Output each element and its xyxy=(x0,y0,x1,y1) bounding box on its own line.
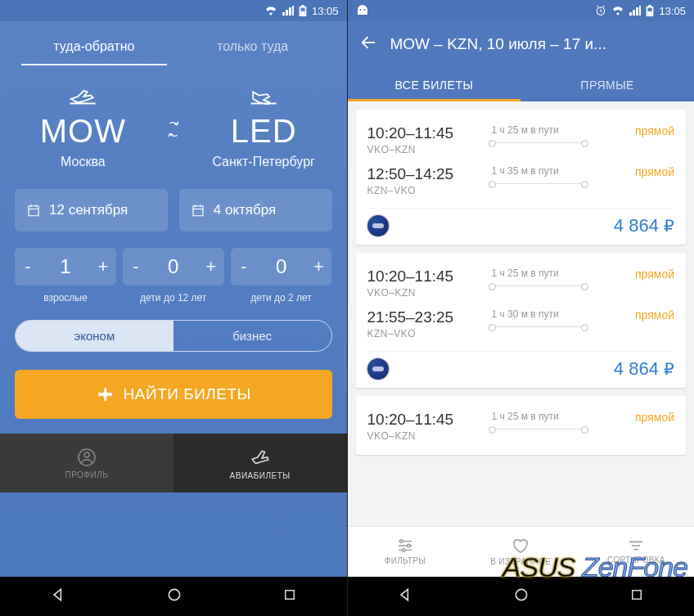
filters-button[interactable]: ФИЛЬТРЫ xyxy=(348,527,463,577)
heart-icon xyxy=(511,537,530,554)
infants-plus[interactable]: + xyxy=(305,248,331,286)
wifi-icon xyxy=(264,6,277,16)
navbar-back[interactable] xyxy=(397,587,413,606)
bottom-nav: ПРОФИЛЬ АВИАБИЛЕТЫ xyxy=(0,434,347,492)
return-date-button[interactable]: 4 октября xyxy=(179,189,332,232)
svg-rect-11 xyxy=(633,591,642,600)
leg-route: VKO–KZN xyxy=(367,287,482,299)
adults-stepper: - 1 + xyxy=(15,248,116,286)
destination-airport[interactable]: LED Санкт-Петербург xyxy=(196,88,332,169)
infants-value: 0 xyxy=(257,255,306,278)
favorite-label: В ИЗБРАННОЕ xyxy=(490,557,551,566)
battery-icon xyxy=(646,5,654,16)
svg-point-10 xyxy=(516,589,527,600)
leg-duration: 1 ч 25 м в пути xyxy=(492,124,625,136)
swap-button[interactable] xyxy=(160,115,187,143)
nav-tickets[interactable]: АВИАБИЛЕТЫ xyxy=(174,434,347,492)
class-business[interactable]: бизнес xyxy=(174,321,331,351)
flight-leg: 10:20–11:45 VKO–KZN 1 ч 25 м в пути прям… xyxy=(367,263,675,304)
class-economy[interactable]: эконом xyxy=(16,321,174,351)
origin-code: MOW xyxy=(15,113,151,150)
svg-point-8 xyxy=(408,544,411,547)
plane-icon xyxy=(250,447,271,468)
children-label: дети до 12 лет xyxy=(123,292,224,304)
leg-time: 12:50–14:25 xyxy=(367,165,482,183)
results-list[interactable]: 10:20–11:45 VKO–KZN 1 ч 25 м в пути прям… xyxy=(348,101,695,526)
depart-date-button[interactable]: 12 сентября xyxy=(15,189,168,232)
children-value: 0 xyxy=(149,255,198,278)
tab-all-tickets[interactable]: ВСЕ БИЛЕТЫ xyxy=(348,67,521,101)
flight-card[interactable]: 10:20–11:45 VKO–KZN 1 ч 25 м в пути прям… xyxy=(356,110,687,245)
airline-logo xyxy=(367,215,389,236)
adults-stepper-col: - 1 + взрослые xyxy=(15,248,116,304)
search-screen: туда-обратно только туда MOW Москва LED … xyxy=(0,21,347,577)
tab-oneway[interactable]: только туда xyxy=(174,29,332,65)
back-button[interactable] xyxy=(359,34,377,55)
calendar-icon xyxy=(191,203,205,218)
infants-minus[interactable]: - xyxy=(231,248,257,286)
origin-airport[interactable]: MOW Москва xyxy=(15,88,151,169)
flight-card[interactable]: 10:20–11:45 VKO–KZN 1 ч 25 м в пути прям… xyxy=(356,396,687,455)
children-plus[interactable]: + xyxy=(198,248,224,286)
app-bar: MOW – KZN, 10 июля – 17 и... ВСЕ БИЛЕТЫ … xyxy=(348,21,695,101)
tab-direct[interactable]: ПРЯМЫЕ xyxy=(520,67,694,101)
leg-time: 10:20–11:45 xyxy=(367,268,482,286)
leg-duration: 1 ч 25 м в пути xyxy=(492,268,625,279)
wifi-icon xyxy=(611,6,624,16)
destination-city: Санкт-Петербург xyxy=(196,155,332,169)
navbar-home[interactable] xyxy=(513,587,530,606)
svg-point-7 xyxy=(400,540,403,543)
adults-minus[interactable]: - xyxy=(15,248,41,286)
cabin-class-toggle: эконом бизнес xyxy=(15,320,332,352)
leg-time: 10:20–11:45 xyxy=(367,124,482,142)
leg-line xyxy=(492,183,585,184)
navbar-home[interactable] xyxy=(166,587,183,606)
svg-point-1 xyxy=(84,452,89,457)
plane-arrive-icon xyxy=(196,88,332,108)
infants-stepper: - 0 + xyxy=(231,248,332,286)
flight-leg: 10:20–11:45 VKO–KZN 1 ч 25 м в пути прям… xyxy=(367,406,675,447)
nav-tickets-label: АВИАБИЛЕТЫ xyxy=(230,471,291,480)
adults-value: 1 xyxy=(41,255,90,278)
android-navbar xyxy=(348,577,695,616)
svg-point-4 xyxy=(359,9,361,11)
leg-time: 10:20–11:45 xyxy=(367,411,482,429)
leg-time: 21:55–23:25 xyxy=(367,308,482,326)
sort-button[interactable]: СОРТИРОВКА xyxy=(579,527,694,577)
origin-city: Москва xyxy=(15,155,151,169)
appbar-title: MOW – KZN, 10 июля – 17 и... xyxy=(390,35,606,53)
user-icon xyxy=(77,447,97,467)
leg-line xyxy=(492,286,585,286)
sort-icon xyxy=(627,539,645,552)
plane-icon xyxy=(96,385,114,403)
leg-line xyxy=(492,142,585,143)
flight-leg: 12:50–14:25 KZN–VKO 1 ч 35 м в пути прям… xyxy=(367,160,675,201)
nav-profile[interactable]: ПРОФИЛЬ xyxy=(0,434,174,492)
navbar-recent[interactable] xyxy=(282,587,297,605)
android-head-icon xyxy=(356,5,369,16)
navbar-back[interactable] xyxy=(50,587,66,606)
dates-row: 12 сентября 4 октября xyxy=(15,189,332,232)
adults-plus[interactable]: + xyxy=(90,248,116,286)
infants-label: дети до 2 лет xyxy=(231,292,332,304)
nav-profile-label: ПРОФИЛЬ xyxy=(65,470,108,479)
leg-line xyxy=(492,429,585,429)
search-button-label: НАЙТИ БИЛЕТЫ xyxy=(124,385,251,403)
children-minus[interactable]: - xyxy=(123,248,149,286)
search-button[interactable]: НАЙТИ БИЛЕТЫ xyxy=(15,370,332,419)
depart-date-text: 12 сентября xyxy=(49,202,128,218)
leg-route: VKO–KZN xyxy=(367,430,482,442)
svg-point-5 xyxy=(363,9,365,11)
battery-icon xyxy=(299,5,307,16)
leg-tag: прямой xyxy=(635,165,674,178)
navbar-recent[interactable] xyxy=(629,587,644,605)
tab-roundtrip[interactable]: туда-обратно xyxy=(15,29,174,65)
price: 4 864 ₽ xyxy=(614,215,674,236)
leg-duration: 1 ч 30 м в пути xyxy=(492,308,625,320)
flight-leg: 21:55–23:25 KZN–VKO 1 ч 30 м в пути прям… xyxy=(367,304,675,344)
status-bar: 13:05 xyxy=(0,0,347,21)
flight-card[interactable]: 10:20–11:45 VKO–KZN 1 ч 25 м в пути прям… xyxy=(356,253,687,388)
leg-tag: прямой xyxy=(635,411,674,424)
calendar-icon xyxy=(26,203,41,218)
favorite-button[interactable]: В ИЗБРАННОЕ xyxy=(463,527,579,577)
